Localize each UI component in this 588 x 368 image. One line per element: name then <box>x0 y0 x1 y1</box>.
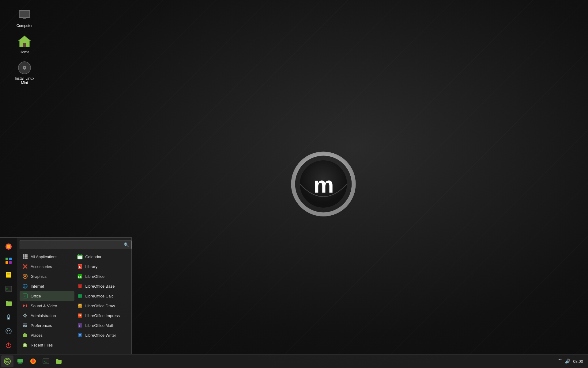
svg-rect-106 <box>559 359 560 360</box>
svg-point-64 <box>24 326 25 327</box>
svg-rect-14 <box>6 258 8 260</box>
lo-calc-icon <box>77 293 83 299</box>
svg-point-62 <box>24 323 25 324</box>
taskbar-left: m <box>0 355 65 367</box>
sidebar-power[interactable] <box>2 339 15 352</box>
internet-label: Internet <box>31 284 44 289</box>
menu-libreoffice-base[interactable]: LibreOffice Base <box>74 281 129 291</box>
libreoffice-label: LibreOffice <box>85 274 105 279</box>
systray-icons: 🔊 <box>558 358 571 364</box>
menu-all-applications[interactable]: All Applications <box>20 252 74 262</box>
calendar-icon <box>77 254 83 260</box>
accessories-icon <box>22 263 28 270</box>
svg-point-63 <box>25 325 26 326</box>
lo-draw-icon <box>77 303 83 309</box>
svg-rect-17 <box>9 261 12 264</box>
menu-accessories[interactable]: Accessories <box>20 262 74 271</box>
sidebar-lock[interactable] <box>2 311 15 324</box>
lo-math-label: LibreOffice Math <box>85 323 115 328</box>
start-menu-main: 🔍 <box>17 238 131 354</box>
svg-point-39 <box>24 275 24 276</box>
svg-rect-107 <box>560 359 561 360</box>
svg-rect-16 <box>6 261 8 264</box>
svg-text:>_: >_ <box>44 360 47 363</box>
desktop-icon-computer[interactable]: Computer <box>12 6 37 29</box>
home-label: Home <box>20 50 29 54</box>
svg-rect-36 <box>26 258 28 259</box>
administration-label: Administration <box>31 313 56 318</box>
sidebar-folder[interactable] <box>2 297 15 309</box>
menu-sound-video[interactable]: Sound & Video <box>20 301 74 311</box>
svg-rect-101 <box>18 363 22 364</box>
mint-logo: m <box>290 150 357 218</box>
svg-point-11 <box>24 67 25 68</box>
library-label: Library <box>85 264 98 269</box>
svg-rect-32 <box>24 256 26 258</box>
network-icon[interactable] <box>558 358 563 364</box>
taskbar-firefox-button[interactable] <box>27 355 39 367</box>
menu-libreoffice-math[interactable]: ∑ LibreOffice Math <box>74 320 129 330</box>
desktop-icon-home[interactable]: Home <box>12 33 37 56</box>
graphics-label: Graphics <box>31 274 47 279</box>
sound-video-label: Sound & Video <box>31 304 57 308</box>
desktop-icon-install[interactable]: Install Linux Mint <box>12 59 37 86</box>
lo-impress-label: LibreOffice Impress <box>85 313 120 318</box>
search-input[interactable] <box>20 240 132 249</box>
lo-calc-label: LibreOffice Calc <box>85 294 114 298</box>
start-menu-sidebar: >_ <box>0 238 17 354</box>
menu-libreoffice-calc[interactable]: LibreOffice Calc <box>74 291 129 301</box>
svg-rect-61 <box>23 326 27 327</box>
sound-video-icon <box>22 303 28 309</box>
menu-library[interactable]: L Library <box>74 262 129 271</box>
accessories-label: Accessories <box>31 264 52 269</box>
svg-rect-60 <box>23 325 27 326</box>
menu-office[interactable]: Office <box>20 291 74 301</box>
preferences-label: Preferences <box>31 323 52 328</box>
install-icon <box>17 60 32 75</box>
taskbar-files-button[interactable] <box>53 355 65 367</box>
taskbar-right: 🔊 08:00 <box>558 358 588 364</box>
menu-administration[interactable]: Administration <box>20 311 74 320</box>
svg-rect-100 <box>19 362 21 363</box>
svg-rect-6 <box>21 19 28 19</box>
places-label: Places <box>31 333 43 338</box>
svg-rect-80 <box>78 294 82 298</box>
menu-graphics[interactable]: Graphics <box>20 271 74 281</box>
menu-libreoffice[interactable]: Lo LibreOffice <box>74 271 129 281</box>
lo-writer-icon <box>77 332 83 338</box>
sidebar-sticky[interactable] <box>2 268 15 281</box>
places-icon <box>22 332 28 338</box>
taskbar-terminal-button[interactable]: >_ <box>40 355 52 367</box>
start-menu: >_ <box>0 237 132 354</box>
sidebar-update[interactable] <box>2 325 15 338</box>
svg-text:Lo: Lo <box>78 275 81 278</box>
sidebar-apps[interactable] <box>2 254 15 267</box>
svg-text:∑: ∑ <box>79 324 81 327</box>
lo-base-icon <box>77 283 83 289</box>
menu-calendar[interactable]: Calendar <box>74 252 129 262</box>
svg-text:L: L <box>79 266 81 268</box>
lo-draw-label: LibreOffice Draw <box>85 304 115 308</box>
volume-icon[interactable]: 🔊 <box>565 358 571 364</box>
menu-libreoffice-writer[interactable]: LibreOffice Writer <box>74 330 129 340</box>
menu-columns: All Applications Accessories <box>20 252 129 350</box>
menu-places[interactable]: Places <box>20 330 74 340</box>
menu-internet[interactable]: Internet <box>20 281 74 291</box>
sidebar-firefox[interactable] <box>2 240 15 253</box>
svg-rect-5 <box>23 17 26 19</box>
mint-menu-button[interactable]: m <box>1 355 13 367</box>
search-icon[interactable]: 🔍 <box>124 242 129 247</box>
menu-preferences[interactable]: Preferences <box>20 320 74 330</box>
svg-rect-52 <box>26 305 27 307</box>
svg-rect-29 <box>24 254 26 256</box>
svg-rect-99 <box>17 359 23 362</box>
menu-recent-files[interactable]: Recent Files <box>20 340 74 350</box>
menu-libreoffice-draw[interactable]: LibreOffice Draw <box>74 301 129 311</box>
menu-libreoffice-impress[interactable]: LibreOffice Impress <box>74 311 129 320</box>
svg-point-54 <box>25 315 26 316</box>
svg-rect-35 <box>24 258 26 259</box>
taskbar: m <box>0 354 588 368</box>
sidebar-terminal[interactable]: >_ <box>2 282 15 295</box>
taskbar-clock[interactable]: 08:00 <box>573 359 583 364</box>
show-desktop-button[interactable] <box>14 355 26 367</box>
